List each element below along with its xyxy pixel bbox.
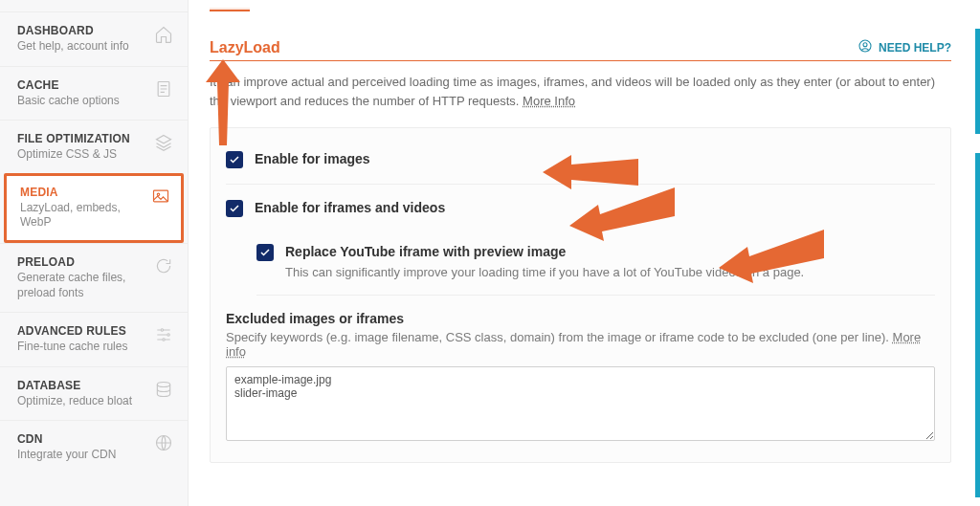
sidebar-item-sub: Fine-tune cache rules xyxy=(17,340,145,355)
more-info-link[interactable]: More Info xyxy=(523,94,575,108)
option-enable-images[interactable]: Enable for images xyxy=(226,145,935,185)
sidebar-item-label: MEDIA xyxy=(20,186,143,199)
main-content: LazyLoad NEED HELP? It can improve actua… xyxy=(189,0,980,506)
sidebar-item-sub: Generate cache files, preload fonts xyxy=(17,271,145,300)
sidebar-item-sub: Optimize CSS & JS xyxy=(17,147,145,163)
database-icon xyxy=(153,379,174,400)
sidebar-item-sub: Optimize, reduce bloat xyxy=(17,394,145,409)
sidebar-item-media[interactable]: MEDIA LazyLoad, embeds, WebP xyxy=(4,173,184,243)
scroll-accent xyxy=(975,153,980,497)
svg-point-8 xyxy=(859,40,871,52)
sidebar-item-file-optimization[interactable]: FILE OPTIMIZATION Optimize CSS & JS xyxy=(0,120,188,174)
excluded-textarea[interactable] xyxy=(226,366,935,441)
section-description: It can improve actual and perceived load… xyxy=(210,73,951,110)
sidebar-item-advanced-rules[interactable]: ADVANCED RULES Fine-tune cache rules xyxy=(0,312,188,366)
sidebar-item-label: FILE OPTIMIZATION xyxy=(17,132,145,145)
home-icon xyxy=(153,24,174,45)
option-replace-youtube[interactable]: Replace YouTube iframe with preview imag… xyxy=(256,232,935,296)
sidebar-item-label: DASHBOARD xyxy=(17,24,145,37)
svg-point-5 xyxy=(163,339,166,341)
option-label: Replace YouTube iframe with preview imag… xyxy=(285,244,804,259)
layers-icon xyxy=(153,132,174,153)
help-icon xyxy=(858,38,873,56)
sidebar-item-label: CDN xyxy=(17,432,145,446)
brand-accent-icon: ⌄ xyxy=(21,2,48,6)
section-title: LazyLoad xyxy=(210,39,280,56)
sidebar-item-label: PRELOAD xyxy=(17,255,145,269)
excluded-desc: Specify keywords (e.g. image filename, C… xyxy=(226,330,935,359)
option-enable-iframes[interactable]: Enable for iframes and videos xyxy=(226,185,935,232)
sidebar-item-label: ADVANCED RULES xyxy=(17,324,145,338)
sidebar-item-sub: Integrate your CDN xyxy=(17,448,145,463)
option-sublabel: This can significantly improve your load… xyxy=(285,265,804,279)
sidebar-item-label: DATABASE xyxy=(17,379,145,392)
refresh-icon xyxy=(153,255,174,276)
sidebar-item-sub: Get help, account info xyxy=(17,39,145,55)
document-icon xyxy=(153,78,174,99)
sidebar-item-cdn[interactable]: CDN Integrate your CDN xyxy=(0,420,188,474)
image-icon xyxy=(150,186,171,207)
sidebar-item-sub: Basic cache options xyxy=(17,94,145,109)
svg-point-3 xyxy=(161,329,164,332)
excluded-block: Excluded images or iframes Specify keywo… xyxy=(226,311,935,445)
sidebar-item-sub: LazyLoad, embeds, WebP xyxy=(20,201,143,231)
svg-point-2 xyxy=(157,193,160,196)
excluded-title: Excluded images or iframes xyxy=(226,311,935,326)
globe-icon xyxy=(153,432,174,453)
sliders-icon xyxy=(153,324,174,345)
sidebar-item-dashboard[interactable]: DASHBOARD Get help, account info xyxy=(0,11,188,66)
scroll-accent xyxy=(975,29,980,134)
sidebar-item-preload[interactable]: PRELOAD Generate cache files, preload fo… xyxy=(0,243,188,312)
sidebar-item-cache[interactable]: CACHE Basic cache options xyxy=(0,66,188,121)
svg-point-4 xyxy=(167,334,170,337)
active-tab-underline xyxy=(210,8,250,11)
option-label: Enable for images xyxy=(255,151,370,166)
checkbox-enable-iframes[interactable] xyxy=(226,200,243,217)
sidebar: ⌄ DASHBOARD Get help, account info CACHE… xyxy=(0,0,189,506)
checkbox-replace-youtube[interactable] xyxy=(256,244,274,261)
options-panel: Enable for images Enable for iframes and… xyxy=(210,127,951,463)
checkbox-enable-images[interactable] xyxy=(226,151,243,168)
svg-point-9 xyxy=(863,43,867,47)
svg-point-6 xyxy=(157,382,169,386)
option-label: Enable for iframes and videos xyxy=(255,200,445,215)
need-help-link[interactable]: NEED HELP? xyxy=(858,38,951,56)
sidebar-item-label: CACHE xyxy=(17,78,145,92)
help-label: NEED HELP? xyxy=(879,41,951,55)
section-header: LazyLoad NEED HELP? xyxy=(210,38,951,61)
sidebar-item-database[interactable]: DATABASE Optimize, reduce bloat xyxy=(0,366,188,421)
